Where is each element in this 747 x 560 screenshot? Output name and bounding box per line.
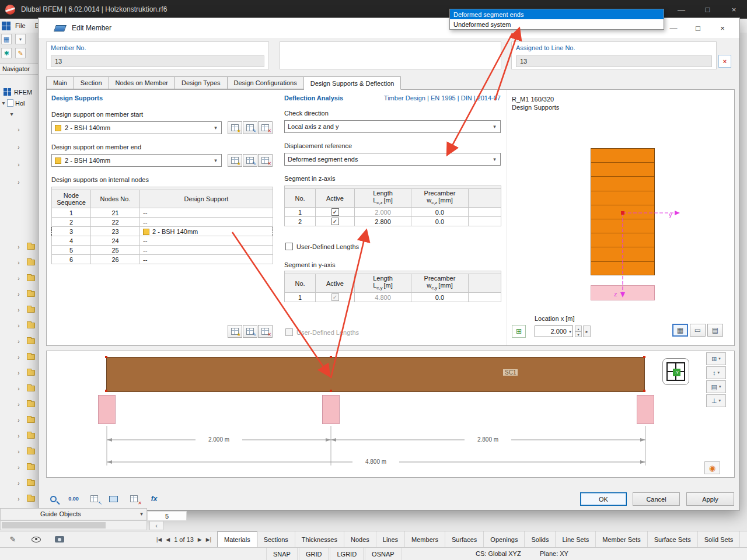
assigned-line-input[interactable]: 13: [516, 55, 712, 67]
support-edit-button[interactable]: ✎: [243, 121, 257, 134]
table-row-selected[interactable]: 3232 - BSH 140mm: [52, 227, 273, 236]
user-defined-z-checkbox[interactable]: [285, 243, 293, 250]
scroll-left-button[interactable]: ‹: [149, 521, 163, 530]
chevron-down-icon[interactable]: ▾: [211, 125, 220, 131]
tree-folder-row[interactable]: ›: [0, 258, 38, 267]
tree-folder-row[interactable]: ›: [0, 447, 38, 456]
chevron-right-icon[interactable]: ›: [15, 370, 22, 376]
tree-branch-row[interactable]: ›: [0, 160, 38, 170]
horizontal-scrollbar[interactable]: [0, 520, 147, 530]
support-end-combo[interactable]: 2 - BSH 140mm ▾: [51, 154, 222, 167]
display-settings-button[interactable]: [104, 492, 122, 506]
snap-toggle-snap[interactable]: SNAP: [266, 548, 298, 560]
segment-row[interactable]: 1 ✓ 2.000 0.0: [285, 208, 501, 217]
table-select-button[interactable]: ↖: [85, 492, 103, 506]
support-edit-button[interactable]: ✎: [243, 154, 257, 167]
find-member-button[interactable]: [44, 492, 62, 506]
pager-next-icon[interactable]: ▶: [198, 537, 202, 542]
tree-folder-row[interactable]: ›: [0, 289, 38, 299]
tab-design-types[interactable]: Design Types: [175, 76, 227, 89]
visibility-button[interactable]: ◉: [704, 461, 720, 474]
snap-toggle-grid[interactable]: GRID: [299, 548, 329, 560]
status-tab-openings[interactable]: Openings: [484, 531, 525, 547]
chevron-right-icon[interactable]: ›: [15, 496, 22, 502]
status-tab-member-sets[interactable]: Member Sets: [596, 531, 647, 547]
formula-button[interactable]: fx: [145, 492, 163, 506]
table-row[interactable]: 424--: [52, 236, 273, 246]
chevron-right-icon[interactable]: ›: [15, 260, 22, 266]
support-new-button[interactable]: ★: [228, 154, 242, 167]
tree-branch-row[interactable]: ›: [0, 125, 38, 135]
chevron-right-icon[interactable]: ›: [15, 307, 22, 313]
menu-file[interactable]: File: [15, 22, 26, 29]
work-plane-label[interactable]: Plane: XY: [540, 550, 568, 557]
dialog-close-button[interactable]: ×: [710, 19, 735, 37]
tree-folder-row[interactable]: ›: [0, 478, 38, 488]
chevron-down-icon[interactable]: ▾: [211, 158, 220, 163]
location-stepper[interactable]: ▴▾: [575, 326, 582, 337]
tab-main[interactable]: Main: [46, 76, 74, 89]
dropdown-option-selected[interactable]: Deformed segment ends: [450, 9, 664, 19]
dimensions-view-button[interactable]: ▭: [690, 324, 706, 337]
pager-prev-icon[interactable]: ◀: [166, 537, 170, 542]
tab-design-supports-deflection[interactable]: Design Supports & Deflection: [304, 76, 402, 90]
snap-toggle-lgrid[interactable]: LGRID: [330, 548, 364, 560]
table-row[interactable]: 525--: [52, 246, 273, 255]
table-delete-button[interactable]: ✕: [125, 492, 142, 506]
status-tab-sections[interactable]: Sections: [257, 531, 295, 547]
chevron-right-icon[interactable]: ›: [15, 386, 22, 392]
chevron-right-icon[interactable]: ›: [15, 480, 22, 487]
tree-folder-row[interactable]: ›: [0, 274, 38, 283]
toolbar-grid-icon[interactable]: ▦: [1, 34, 12, 44]
edit-mode-icon[interactable]: ✎: [5, 533, 21, 546]
toolbar-dropdown-icon[interactable]: ▾: [15, 34, 26, 44]
chevron-right-icon[interactable]: ›: [15, 291, 22, 298]
member-no-input[interactable]: 13: [51, 55, 264, 67]
pager-last-icon[interactable]: ▶|: [206, 537, 211, 542]
segment-row[interactable]: 1 ✓ 4.800 0.0: [285, 293, 501, 302]
chevron-right-icon[interactable]: ›: [15, 401, 22, 408]
status-tab-nodes[interactable]: Nodes: [344, 531, 376, 547]
status-tab-solids[interactable]: Solids: [525, 531, 556, 547]
tree-root-row[interactable]: ▾ Hol: [0, 98, 38, 108]
section-view-button[interactable]: ▦: [672, 324, 688, 337]
chevron-down-icon[interactable]: ▾: [569, 329, 571, 334]
table-row[interactable]: 222--: [52, 218, 273, 227]
chevron-right-icon[interactable]: ›: [15, 338, 22, 345]
internal-support-new-button[interactable]: ★: [228, 325, 242, 338]
status-tab-solid-sets[interactable]: Solid Sets: [698, 531, 741, 547]
flip-view-button[interactable]: ↕▾: [706, 366, 726, 379]
tree-expander-row[interactable]: ▾: [0, 109, 38, 119]
chevron-right-icon[interactable]: ›: [15, 449, 22, 455]
tree-folder-row[interactable]: ›: [0, 352, 38, 362]
support-delete-button[interactable]: ✕: [258, 121, 273, 134]
apply-button[interactable]: Apply: [686, 492, 734, 506]
status-tab-members[interactable]: Members: [405, 531, 445, 547]
location-x-input[interactable]: 2.000 ▾: [535, 326, 573, 337]
chevron-right-icon[interactable]: ›: [15, 417, 22, 424]
internal-support-delete-button[interactable]: ✕: [258, 325, 273, 338]
chevron-right-icon[interactable]: ›: [15, 244, 22, 250]
tab-design-configurations[interactable]: Design Configurations: [228, 76, 304, 89]
internal-support-edit-button[interactable]: ✎: [243, 325, 257, 338]
chevron-right-icon[interactable]: ›: [15, 323, 22, 329]
view-cube[interactable]: -Y: [662, 358, 689, 385]
segment-row[interactable]: 2 ✓ 2.800 0.0: [285, 217, 501, 226]
layers-button[interactable]: ▤▾: [706, 380, 726, 393]
axes-button[interactable]: ⊥▾: [706, 394, 726, 407]
support-start-combo[interactable]: 2 - BSH 140mm ▾: [51, 121, 222, 134]
pager-first-icon[interactable]: |◀: [156, 537, 162, 542]
tree-folder-row[interactable]: ›: [0, 305, 38, 314]
guide-objects-bar[interactable]: Guide Objects ▾: [0, 508, 147, 520]
chevron-right-icon[interactable]: ›: [15, 464, 22, 471]
chevron-down-icon[interactable]: ▾: [490, 156, 499, 162]
toolbar-star-icon[interactable]: ✱: [1, 48, 12, 58]
visibility-eye-icon[interactable]: [28, 533, 44, 546]
scrollbar-thumb[interactable]: [2, 522, 106, 528]
print-button[interactable]: ▤: [707, 324, 723, 337]
chevron-right-icon[interactable]: ›: [15, 275, 22, 282]
tree-folder-row[interactable]: ›: [0, 242, 38, 251]
pick-line-button[interactable]: ×: [718, 55, 731, 68]
status-tab-lines[interactable]: Lines: [376, 531, 405, 547]
status-tab-surface-sets[interactable]: Surface Sets: [648, 531, 698, 547]
